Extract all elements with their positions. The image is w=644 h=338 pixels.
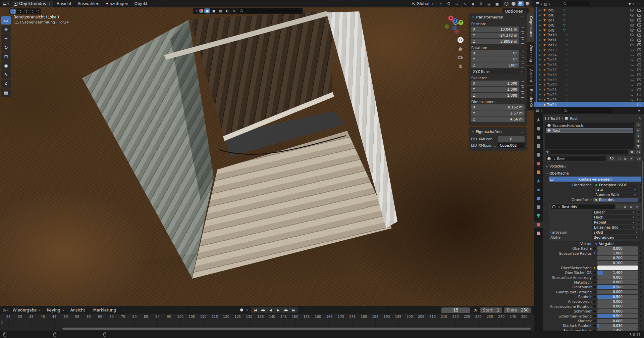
render-visibility-icon[interactable] — [637, 14, 641, 17]
socket-dot-icon[interactable] — [593, 247, 596, 250]
sidebar-tab[interactable]: Ansicht — [527, 66, 534, 85]
scale-field[interactable]: Z1.000 — [471, 93, 519, 98]
viewport-toggle-icon[interactable]: ◎ — [486, 1, 492, 6]
decorator-dot[interactable] — [640, 262, 641, 264]
tool-button[interactable]: ∡ — [1, 80, 11, 88]
transport-button[interactable]: ▶| — [290, 307, 298, 313]
slider-field[interactable]: 1.000 — [597, 251, 638, 255]
slider-field[interactable]: 0.000 — [597, 290, 638, 294]
expand-arrow-icon[interactable]: ► — [539, 83, 542, 86]
lock-icon[interactable] — [521, 81, 525, 85]
slider-field[interactable]: 0.000 — [597, 309, 638, 313]
render-visibility-icon[interactable] — [637, 103, 641, 106]
blenderkit-asset-icon[interactable]: ▣ — [204, 8, 210, 13]
outliner-item[interactable]: ► ▼ Tor20 ▽ — [534, 82, 644, 87]
snap-icon[interactable]: ∿ — [462, 1, 468, 6]
expand-arrow-icon[interactable]: ► — [539, 74, 542, 76]
dimension-field[interactable]: Z4.56 m — [471, 116, 525, 122]
visibility-eye-icon[interactable] — [630, 84, 634, 86]
render-visibility-icon[interactable] — [637, 68, 641, 71]
camera-view-icon[interactable] — [458, 54, 464, 60]
expand-arrow-icon[interactable]: ► — [539, 58, 542, 61]
chevron-down-icon[interactable]: ∨ — [196, 9, 198, 12]
render-visibility-icon[interactable] — [637, 23, 641, 27]
properties-tab[interactable] — [534, 222, 543, 228]
properties-search-input[interactable] — [562, 108, 612, 113]
outliner-item[interactable]: ► ▼ Tor5 ▽ — [534, 8, 644, 13]
properties-tab[interactable] — [534, 195, 543, 202]
display-mode-icon[interactable]: ▤∨ — [544, 1, 550, 6]
position-field[interactable]: Y-24.378 m — [471, 33, 519, 38]
filter-icon[interactable]: ▼∨ — [628, 1, 634, 6]
properties-tab[interactable] — [534, 178, 543, 184]
properties-tab[interactable] — [534, 230, 543, 237]
navigation-gizmo[interactable]: X Z Y — [443, 13, 467, 35]
auto-keying-icon[interactable] — [239, 307, 245, 313]
timeline-menu[interactable]: Ansicht — [68, 307, 90, 313]
outliner-item[interactable]: ► ▼ Tor8 ▽ — [534, 22, 644, 28]
slider-field[interactable]: 0.200 — [597, 256, 638, 260]
outliner-item[interactable]: ► ▼ Tor21 ▽ — [534, 87, 644, 92]
expand-arrow-icon[interactable]: ► — [539, 63, 542, 66]
socket-dot-icon[interactable] — [593, 281, 596, 283]
slider-field[interactable]: 0.500 — [597, 285, 638, 289]
frame-end-field[interactable]: Ende250 — [504, 307, 531, 313]
tool-button[interactable]: ⊡ — [1, 52, 11, 61]
decorator-dot[interactable] — [640, 296, 641, 298]
visibility-eye-icon[interactable] — [630, 49, 634, 51]
lock-icon[interactable] — [521, 93, 525, 97]
menu-item[interactable]: Auswählen — [75, 1, 102, 7]
render-visibility-icon[interactable] — [637, 29, 641, 32]
blenderkit-logo-icon[interactable] — [199, 9, 203, 13]
outliner-item[interactable]: ► ▼ Tor6 ▽ — [534, 13, 644, 18]
rotation-field[interactable]: Y0° — [471, 56, 519, 62]
mode-dropdown[interactable]: Objektmodus ∨ — [11, 1, 53, 7]
timeline-menu[interactable]: Keying∨ — [44, 307, 66, 313]
rotation-field[interactable]: X0° — [471, 50, 519, 56]
socket-dot-icon[interactable] — [593, 300, 596, 303]
decorator-dot[interactable] — [640, 257, 641, 259]
tool-button[interactable]: ✎ — [1, 70, 11, 79]
expand-arrow-icon[interactable]: ► — [539, 88, 542, 91]
position-field[interactable]: X10.041 m — [471, 27, 519, 32]
properties-tab[interactable] — [534, 204, 543, 210]
outliner-item[interactable]: ► ▼ Tor7 ▽ — [534, 18, 644, 23]
decorator-dot[interactable] — [640, 301, 641, 302]
decorator-dot[interactable] — [640, 252, 641, 254]
tool-button[interactable]: + — [1, 34, 11, 43]
sidebar-tab[interactable]: BlenderKit — [527, 86, 534, 110]
tool-button[interactable]: ⊕ — [1, 25, 11, 34]
subsurface-method-dropdown[interactable]: Random Walk∨ — [593, 193, 638, 197]
fake-user-shield-icon[interactable]: ▢ — [616, 204, 622, 209]
open-folder-icon[interactable]: ▤ — [628, 204, 634, 209]
slider-field[interactable]: 0.500 — [597, 295, 638, 299]
custom-prop-value[interactable]: Cube.002 — [498, 143, 525, 148]
blenderkit-asset-icon[interactable]: ▦ — [218, 8, 223, 13]
pan-hand-icon[interactable] — [458, 46, 464, 52]
shading-solid-icon[interactable] — [511, 1, 517, 6]
decorator-dot[interactable] — [638, 216, 640, 218]
new-collection-icon[interactable]: ⊞ — [636, 1, 642, 6]
timeline-scrollbar[interactable] — [62, 328, 531, 330]
outliner-item[interactable]: ► ▼ Tor14 ▽ — [534, 52, 644, 57]
socket-dot-icon[interactable] — [593, 320, 596, 322]
expand-arrow-icon[interactable]: ► — [539, 39, 542, 41]
preview-panel-header[interactable]: ▸ Vorschau :::: — [545, 163, 641, 169]
decorator-dot[interactable] — [640, 286, 641, 288]
copy-icon[interactable]: ⧉ — [622, 204, 628, 209]
lock-icon[interactable] — [521, 87, 525, 91]
outliner-item[interactable]: ► ▼ Tor22 ▽ — [534, 92, 644, 97]
frame-start-field[interactable]: Start1 — [480, 307, 502, 313]
dimension-field[interactable]: X0.162 m — [471, 104, 525, 110]
render-visibility-icon[interactable] — [637, 34, 641, 37]
expand-arrow-icon[interactable]: ► — [539, 93, 542, 96]
render-visibility-icon[interactable] — [637, 88, 641, 91]
lock-icon[interactable] — [521, 39, 525, 43]
blenderkit-asset-icon[interactable]: ● — [211, 8, 217, 13]
tool-button[interactable]: ↻ — [1, 43, 11, 52]
material-slot[interactable]: Rost — [546, 128, 633, 133]
decorator-dot[interactable] — [640, 315, 641, 317]
properties-tab[interactable] — [534, 169, 543, 176]
slider-field[interactable]: 0.000 — [597, 304, 638, 308]
current-frame-field[interactable]: 15 — [441, 307, 470, 313]
